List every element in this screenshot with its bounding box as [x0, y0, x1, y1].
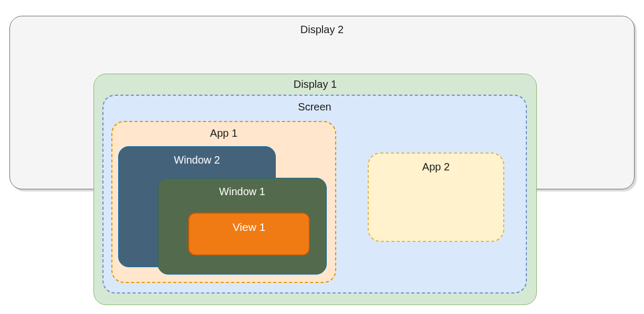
app-2-box: App 2 — [368, 153, 504, 242]
view-1-box: View 1 — [188, 212, 310, 256]
display-1-label: Display 1 — [94, 78, 536, 90]
window-1-label: Window 1 — [158, 186, 326, 198]
window-2-label: Window 2 — [119, 154, 275, 166]
screen-label: Screen — [103, 101, 526, 113]
view-1-label: View 1 — [189, 221, 309, 234]
display-2-label: Display 2 — [10, 24, 634, 36]
app-2-label: App 2 — [369, 161, 503, 173]
app-1-label: App 1 — [112, 127, 335, 139]
